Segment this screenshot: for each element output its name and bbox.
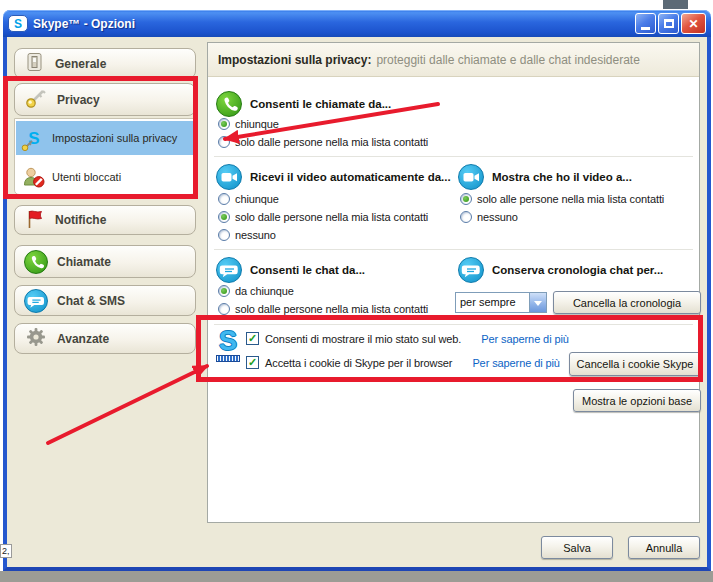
skype-letter: S	[14, 17, 22, 31]
separator	[214, 156, 693, 157]
history-duration-select[interactable]: per sempre	[455, 292, 547, 313]
calls-section-header: Consenti le chiamate da...	[216, 91, 391, 117]
radio-chat-da-chiunque[interactable]: da chiunque	[218, 285, 294, 297]
radio-label: solo alle persone nella mia lista contat…	[477, 193, 664, 205]
radio-calls-lista-contatti[interactable]: solo dalle persone nella mia lista conta…	[218, 136, 428, 148]
sidebar-item-generale[interactable]: Generale	[14, 48, 196, 79]
radio-label: chiunque	[235, 193, 279, 205]
section-title: Ricevi il video automaticamente da...	[250, 171, 451, 183]
section-title: Mostra che ho il video a...	[492, 171, 632, 183]
chat-icon	[216, 257, 242, 283]
sidebar-item-notifiche[interactable]: Notifiche	[14, 205, 196, 235]
radio-calls-chiunque[interactable]: chiunque	[218, 118, 279, 130]
radio-label: nessuno	[235, 229, 276, 241]
gear-icon	[24, 325, 48, 352]
sidebar-item-label: Avanzate	[57, 332, 109, 346]
desktop: 2, S Skype™ - Opzioni ✕ Generale Privacy	[0, 0, 713, 582]
radio-label: chiunque	[235, 118, 279, 130]
radio-icon	[218, 303, 230, 315]
radio-icon	[218, 193, 230, 205]
radio-show-video-nessuno[interactable]: nessuno	[460, 211, 518, 223]
window-controls: ✕	[635, 13, 706, 34]
section-title: Consenti le chiamate da...	[250, 98, 391, 110]
radio-icon	[218, 136, 230, 148]
chat-icon	[24, 289, 48, 313]
section-title: Consenti le chat da...	[250, 264, 365, 276]
show-basic-options-button[interactable]: Mostra le opzioni base	[573, 389, 701, 412]
chevron-down-icon[interactable]	[529, 293, 546, 312]
video-receive-section-header: Ricevi il video automaticamente da...	[216, 164, 451, 190]
radio-label: solo dalle persone nella mia lista conta…	[235, 303, 428, 315]
title-bar[interactable]: S Skype™ - Opzioni ✕	[3, 10, 711, 37]
cancel-button[interactable]: Annulla	[628, 536, 700, 559]
switch-icon	[24, 51, 46, 76]
chat-section-header: Consenti le chat da...	[216, 257, 365, 283]
radio-icon	[218, 118, 230, 130]
save-button[interactable]: Salva	[541, 536, 613, 559]
annotation-box-web-settings	[196, 315, 703, 382]
annotation-box-privacy-sidebar	[3, 76, 198, 199]
window-title: Skype™ - Opzioni	[33, 17, 635, 31]
radio-label: nessuno	[477, 211, 518, 223]
sidebar-item-label: Chat & SMS	[57, 294, 125, 308]
privacy-settings-panel: Impostazioni sulla privacy: proteggiti d…	[207, 42, 700, 523]
radio-show-video-lista-contatti[interactable]: solo alle persone nella mia lista contat…	[460, 193, 664, 205]
radio-icon	[460, 211, 472, 223]
video-icon	[458, 164, 484, 190]
radio-icon	[218, 229, 230, 241]
minimize-icon	[641, 27, 650, 30]
combo-value: per sempre	[456, 293, 529, 312]
radio-chat-lista-contatti[interactable]: solo dalle persone nella mia lista conta…	[218, 303, 428, 315]
radio-icon	[218, 285, 230, 297]
radio-label: solo dalle persone nella mia lista conta…	[235, 136, 428, 148]
background-artifact: 2,	[0, 544, 12, 558]
radio-icon	[460, 193, 472, 205]
sidebar-item-chiamate[interactable]: Chiamate	[14, 245, 196, 278]
section-title: Conserva cronologia chat per...	[492, 264, 663, 276]
radio-video-lista-contatti[interactable]: solo dalle persone nella mia lista conta…	[218, 211, 428, 223]
clear-history-button[interactable]: Cancella la cronologia	[553, 291, 701, 314]
panel-title: Impostazioni sulla privacy:	[218, 53, 371, 67]
radio-label: da chiunque	[235, 285, 294, 297]
radio-label: solo dalle persone nella mia lista conta…	[235, 211, 428, 223]
flag-icon	[24, 208, 46, 233]
sidebar-item-label: Notifiche	[55, 213, 106, 227]
radio-video-chiunque[interactable]: chiunque	[218, 193, 279, 205]
sidebar-item-chat-sms[interactable]: Chat & SMS	[14, 285, 196, 316]
sidebar-item-label: Chiamate	[57, 255, 111, 269]
panel-header: Impostazioni sulla privacy: proteggiti d…	[208, 43, 699, 77]
phone-icon	[216, 91, 242, 117]
skype-logo-icon: S	[8, 15, 28, 32]
close-icon: ✕	[688, 18, 698, 30]
sidebar-item-avanzate[interactable]: Avanzate	[14, 323, 196, 354]
phone-icon	[24, 250, 48, 274]
sidebar-item-label: Generale	[55, 57, 106, 71]
radio-video-nessuno[interactable]: nessuno	[218, 229, 276, 241]
close-button[interactable]: ✕	[681, 13, 706, 34]
separator	[214, 249, 693, 250]
minimize-button[interactable]	[635, 13, 656, 34]
chat-icon	[458, 257, 484, 283]
radio-icon	[218, 211, 230, 223]
video-icon	[216, 164, 242, 190]
maximize-button[interactable]	[658, 13, 679, 34]
panel-subtitle: proteggiti dalle chiamate e dalle chat i…	[376, 53, 640, 67]
background-window-fragment	[663, 0, 688, 9]
history-section-header: Conserva cronologia chat per...	[458, 257, 663, 283]
maximize-icon	[664, 19, 674, 28]
background-strip	[0, 571, 713, 582]
video-show-section-header: Mostra che ho il video a...	[458, 164, 632, 190]
